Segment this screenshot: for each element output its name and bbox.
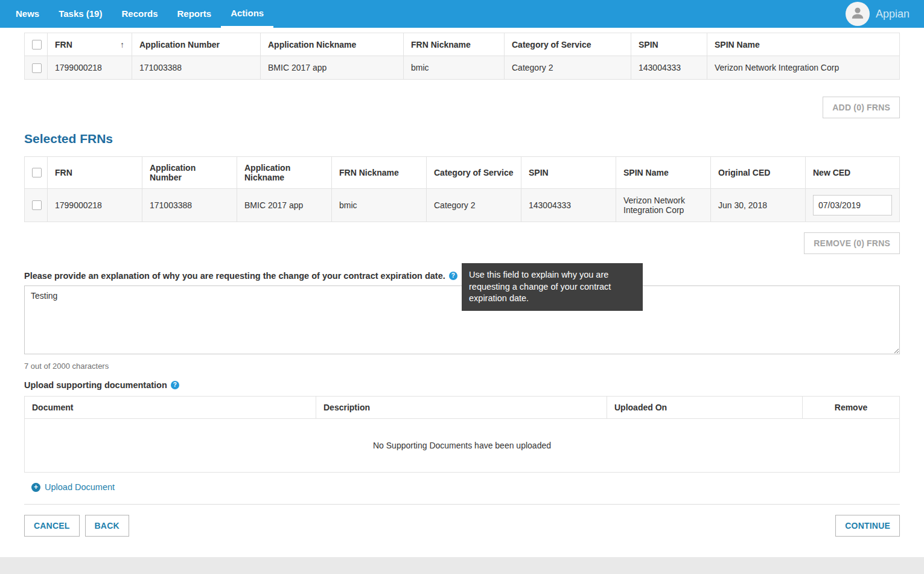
appian-brand-label: Appian	[876, 8, 910, 21]
back-button[interactable]: BACK	[85, 515, 129, 537]
selected-col-application-nickname: Application Nickname	[237, 156, 332, 188]
results-row-checkbox[interactable]	[32, 63, 42, 73]
footer-button-bar: CANCEL BACK CONTINUE	[24, 505, 900, 537]
results-col-frn[interactable]: FRN ↑	[48, 33, 132, 56]
upload-doc-label: Upload supporting documentation	[24, 380, 167, 390]
results-select-all-checkbox[interactable]	[32, 40, 42, 49]
selected-cell-category-of-service: Category 2	[427, 188, 521, 222]
results-col-spin-name[interactable]: SPIN Name	[707, 33, 900, 56]
results-cell-application-nickname: BMIC 2017 app	[261, 56, 404, 79]
selected-select-all-cell	[25, 156, 48, 188]
selected-header-row: FRN Application Number Application Nickn…	[25, 156, 900, 188]
documents-header-row: Document Description Uploaded On Remove	[25, 396, 900, 418]
selected-cell-original-ced: Jun 30, 2018	[711, 188, 806, 222]
new-ced-date-input[interactable]	[813, 195, 892, 215]
nav-item-tasks[interactable]: Tasks (19)	[49, 0, 112, 28]
upload-doc-label-row: Upload supporting documentation ?	[24, 380, 900, 390]
plus-circle-icon: +	[31, 483, 40, 492]
documents-col-description: Description	[316, 396, 607, 418]
upload-document-row: + Upload Document	[24, 473, 900, 493]
selected-cell-new-ced	[806, 188, 900, 222]
selected-cell-application-number: 171003388	[142, 188, 237, 222]
documents-col-document: Document	[25, 396, 316, 418]
results-row-select-cell	[25, 56, 48, 79]
selected-col-new-ced: New CED	[806, 156, 900, 188]
user-avatar[interactable]	[846, 2, 870, 26]
help-icon-documents[interactable]: ?	[171, 381, 179, 389]
upload-document-link-label: Upload Document	[45, 482, 115, 492]
selected-col-application-number: Application Number	[142, 156, 237, 188]
nav-item-records[interactable]: Records	[112, 0, 167, 28]
selected-frns-table: FRN Application Number Application Nickn…	[24, 156, 900, 222]
nav-right: Appian	[846, 2, 918, 26]
selected-col-category-of-service: Category of Service	[427, 156, 521, 188]
upload-document-link[interactable]: + Upload Document	[31, 482, 115, 492]
selected-select-all-checkbox[interactable]	[32, 168, 42, 177]
results-col-application-number[interactable]: Application Number	[132, 33, 261, 56]
results-col-spin[interactable]: SPIN	[631, 33, 707, 56]
cancel-button[interactable]: CANCEL	[24, 515, 80, 537]
results-header-row: FRN ↑ Application Number Application Nic…	[25, 33, 900, 56]
selected-frns-title: Selected FRNs	[24, 132, 900, 146]
nav-item-reports[interactable]: Reports	[167, 0, 221, 28]
footer-left-buttons: CANCEL BACK	[24, 515, 129, 537]
explanation-label: Please provide an explanation of why you…	[24, 271, 445, 281]
frn-results-table: FRN ↑ Application Number Application Nic…	[24, 33, 900, 80]
selected-table-row: 1799000218 171003388 BMIC 2017 app bmic …	[25, 188, 900, 222]
person-icon	[850, 5, 865, 23]
sort-ascending-icon: ↑	[120, 40, 124, 49]
selected-col-frn: FRN	[48, 156, 142, 188]
top-nav: News Tasks (19) Records Reports Actions …	[0, 0, 924, 28]
main-content: FRN ↑ Application Number Application Nic…	[0, 28, 924, 557]
remove-frns-button[interactable]: REMOVE (0) FRNS	[804, 232, 900, 254]
selected-cell-application-nickname: BMIC 2017 app	[237, 188, 332, 222]
nav-item-actions[interactable]: Actions	[221, 0, 273, 28]
character-counter: 7 out of 2000 characters	[24, 362, 900, 371]
selected-col-spin-name: SPIN Name	[616, 156, 711, 188]
results-col-frn-label: FRN	[55, 40, 72, 49]
results-table-row: 1799000218 171003388 BMIC 2017 app bmic …	[25, 56, 900, 79]
results-cell-spin: 143004333	[631, 56, 707, 79]
selected-col-frn-nickname: FRN Nickname	[332, 156, 427, 188]
documents-empty-message: No Supporting Documents have been upload…	[25, 418, 900, 472]
documents-col-uploaded-on: Uploaded On	[607, 396, 803, 418]
results-cell-category-of-service: Category 2	[505, 56, 631, 79]
help-icon-explanation[interactable]: ?	[449, 272, 457, 280]
results-col-category-of-service[interactable]: Category of Service	[505, 33, 631, 56]
results-cell-frn-nickname: bmic	[404, 56, 505, 79]
selected-row-checkbox[interactable]	[32, 200, 42, 210]
add-frns-button[interactable]: ADD (0) FRNS	[823, 97, 900, 118]
explanation-help-tooltip: Use this field to explain why you are re…	[462, 263, 643, 311]
results-select-all-cell	[25, 33, 48, 56]
selected-row-select-cell	[25, 188, 48, 222]
results-cell-spin-name: Verizon Network Integration Corp	[707, 56, 900, 79]
page: News Tasks (19) Records Reports Actions …	[0, 0, 924, 557]
nav-item-news[interactable]: News	[6, 0, 49, 28]
selected-col-original-ced: Original CED	[711, 156, 806, 188]
results-col-application-nickname[interactable]: Application Nickname	[261, 33, 404, 56]
documents-table: Document Description Uploaded On Remove …	[24, 396, 900, 473]
selected-cell-frn-nickname: bmic	[332, 188, 427, 222]
documents-empty-row: No Supporting Documents have been upload…	[25, 418, 900, 472]
results-cell-application-number: 171003388	[132, 56, 261, 79]
selected-col-spin: SPIN	[521, 156, 616, 188]
results-cell-frn: 1799000218	[48, 56, 132, 79]
documents-col-remove: Remove	[803, 396, 900, 418]
selected-cell-spin-name: Verizon Network Integration Corp	[616, 188, 711, 222]
selected-cell-spin: 143004333	[521, 188, 616, 222]
continue-button[interactable]: CONTINUE	[835, 515, 900, 537]
selected-cell-frn: 1799000218	[48, 188, 142, 222]
results-col-frn-nickname[interactable]: FRN Nickname	[404, 33, 505, 56]
